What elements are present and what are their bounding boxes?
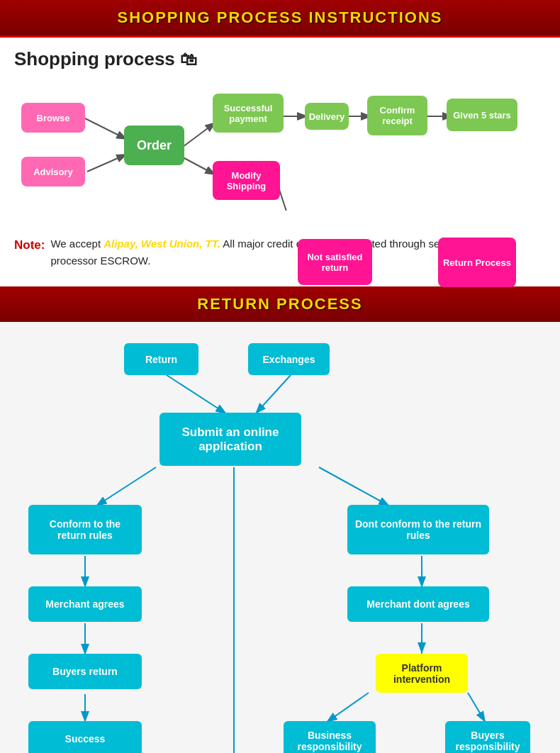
advisory-box: Advisory [21, 157, 85, 186]
return-title: RETURN PROCESS [0, 295, 560, 313]
header-bar: SHOPPING PROCESS INSTRUCTIONS [0, 0, 560, 38]
dont-conform-rules-node: Dont conform to the return rules [347, 505, 489, 554]
bag-icon: 🛍 [180, 50, 197, 69]
successful-payment-box: Successful payment [213, 94, 284, 133]
return-node: Return [124, 343, 198, 375]
return-diagram: Return Exchanges Submit an online applic… [14, 336, 546, 753]
main-title: SHOPPING PROCESS INSTRUCTIONS [0, 9, 560, 27]
return-header: RETURN PROCESS [0, 286, 560, 322]
merchant-agrees-node: Merchant agrees [28, 586, 142, 622]
buyers-return-left-node: Buyers return [28, 654, 142, 689]
business-responsibility-node: Business responsibility [284, 721, 376, 753]
modify-shipping-box: Modify Shipping [213, 161, 280, 200]
browse-box: Browse [21, 103, 85, 133]
given-5-stars-box: Given 5 stars [447, 99, 517, 131]
svg-line-7 [183, 157, 216, 175]
svg-line-14 [319, 467, 390, 506]
platform-intervention-node: Platform intervention [376, 654, 468, 693]
buyers-responsibility-node: Buyers responsibility [445, 721, 530, 753]
submit-application-node: Submit an online application [159, 413, 301, 466]
order-box: Order [124, 126, 184, 165]
svg-line-23 [326, 693, 369, 723]
conform-rules-node: Conform to the return rules [28, 505, 142, 554]
return-process-box: Return Process [438, 238, 516, 287]
svg-line-12 [255, 375, 291, 414]
svg-line-24 [468, 693, 486, 723]
shopping-title: Shopping process 🛍 [14, 48, 546, 70]
svg-line-1 [85, 118, 128, 140]
svg-line-11 [167, 375, 227, 414]
note-highlight: Alipay, West Union, TT. [103, 238, 220, 250]
flow-diagram: Browse Advisory Order Successful payment… [14, 83, 546, 211]
svg-line-13 [96, 467, 156, 506]
svg-line-2 [87, 154, 128, 172]
return-section: Return Exchanges Submit an online applic… [0, 322, 560, 753]
not-satisfied-return-box: Not satisfied return [298, 239, 372, 285]
success-node: Success [28, 721, 142, 753]
merchant-dont-agrees-node: Merchant dont agrees [347, 586, 489, 622]
page-wrapper: SHOPPING PROCESS INSTRUCTIONS Shopping p… [0, 0, 560, 753]
shopping-section: Shopping process 🛍 [0, 38, 560, 232]
svg-line-3 [183, 122, 216, 147]
exchanges-node: Exchanges [248, 343, 330, 375]
delivery-box: Delivery [305, 103, 349, 130]
svg-line-8 [276, 181, 301, 211]
confirm-receipt-box: Confirm receipt [367, 96, 427, 135]
note-label: Note: [14, 235, 45, 269]
